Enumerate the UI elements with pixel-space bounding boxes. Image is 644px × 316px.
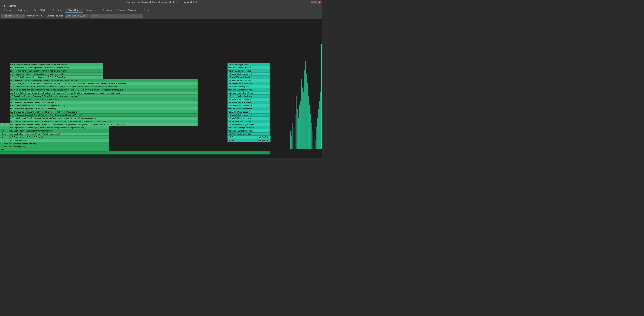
flame-block[interactable]: ns3::Socket::Send(ns3::Ptr<ns3::Packet>) (10, 136, 109, 139)
flame-block[interactable]: main (0, 148, 109, 151)
flame-block[interactable]: ns3::Ph... (228, 136, 257, 139)
flame-block[interactable]: ns3::QueueDisc::Enqueue(ns3::Ptr<ns3::Qu… (10, 101, 198, 104)
flame-block[interactable]: ns3::Ipv4L3Protocol::Send(ns3::Ptr<ns3::… (10, 120, 198, 123)
bar-column (296, 96, 296, 149)
flame-block[interactable]: ns3::MemPtrCallbackImpl<ns3:: (228, 88, 270, 91)
flame-block[interactable]: ns3::MakeEvent<void (ns3::Ph (257, 139, 270, 142)
flame-block[interactable]: ns3::Ma... (228, 139, 257, 142)
maximize-button[interactable]: □ (314, 1, 317, 3)
flame-block[interactable]: std::function<void (ns3::Ptr<ns3::QueueD… (10, 85, 198, 88)
flame-block[interactable]: ns3::A... (0, 139, 10, 142)
bar-column (292, 136, 292, 149)
flame-block[interactable]: ns3::UdpSocketImpl::DoSendTo(ns3::Ptr<ns… (10, 126, 109, 129)
flame-block[interactable]: ns3::UdpClient::Send() (10, 139, 109, 142)
tab-bottom-up[interactable]: Bottom-Up (15, 8, 31, 13)
flame-block[interactable]: ns3::DefaultSimulatorImpl::ProcessOneEve… (0, 142, 109, 145)
cost-threshold-control[interactable]: Cost Threshold: 0,10% ▲ ▼ (65, 14, 89, 18)
flame-block[interactable]: std::_Function_handler<void (ns3::Ptr<ns… (10, 82, 198, 85)
collapse-recursion-label: Collapse Recursion (46, 15, 63, 17)
flame-block[interactable]: ns3::FrameExchangeManager::P (228, 126, 270, 129)
flame-block[interactable]: ns3::Ipv4L3Protocol::SendRealOut(ns3::Pt… (10, 117, 198, 120)
flame-block[interactable]: ns3::UdpSocketImpl::Send(ns3::Ptr<ns3::P… (10, 132, 109, 136)
window-controls: − □ ✕ (311, 1, 320, 3)
flame-block[interactable]: ns3::Node::NonPromiscReceive (228, 95, 270, 98)
bar-column (290, 131, 291, 149)
title-bar: Heaptrack - heaptrack.ns3-dev-wifi-he-ne… (0, 0, 322, 4)
flame-block[interactable]: ns3::MemPtrCallbackImpl<ns3:: (228, 98, 270, 101)
flame-block[interactable]: ns3::CoDelQueueDisc::DoEnqueue(ns3::Ptr<… (10, 98, 198, 101)
flame-block[interactable]: ns3::Ipv4L3Protocol::RouteI (228, 76, 270, 79)
flame-block[interactable]: ns3::I (0, 123, 10, 126)
cost-threshold-label: Cost Threshold: 0,10% (66, 15, 86, 17)
flame-block[interactable]: ns3::TracedCallback<ns3::Ptr<ns3::QueueD… (10, 91, 198, 95)
flame-block[interactable]: ns3::FqCoDelQueueDisc::DoEnqueue(ns3::Pt… (10, 104, 198, 107)
flame-block[interactable] (0, 151, 270, 155)
view-type-label: Bottom-Down View (26, 15, 43, 17)
flame-block[interactable]: ns3::DefaultSimulatorImpl::Run() (0, 145, 109, 148)
flame-block[interactable]: ns3::RecipientBlockAckAgreem (228, 120, 270, 123)
flame-block[interactable]: ns3::QueueDisc::DropBeforeEnqueue(ns3::P… (10, 95, 198, 98)
flame-block[interactable]: ns3::Packet::Copy() const (228, 63, 270, 66)
collapse-recursion-checkbox[interactable]: ✓ Collapse Recursion (44, 15, 63, 17)
flame-block[interactable]: ns3::HeFrameExchangeManager: (228, 123, 270, 126)
flame-block[interactable]: ns3::UdpL4Protocol::Send(ns3::Ptr<ns3::P… (10, 123, 198, 126)
flame-block[interactable]: ns3::PhyEntity::EndOfMpdu(ns (257, 136, 270, 139)
flame-block[interactable]: ns3::T (0, 126, 10, 129)
flame-block[interactable]: ns3::StaWifiMac::Receive(ns3 (228, 110, 270, 114)
flame-block[interactable]: ns3::RegularWifiMac::Forward (228, 107, 270, 110)
flame-block[interactable]: ns3::MemPtrCallbackImpl<ns3:: (228, 129, 270, 132)
flame-block[interactable]: ns3::MemPtrCallbackImpl<ns3:: (228, 114, 270, 117)
minimize-button[interactable]: − (311, 1, 314, 3)
view-mode-dropdown[interactable]: Temporary Allocations (2, 14, 25, 17)
close-button[interactable]: ✕ (318, 1, 320, 3)
bar-column (309, 105, 310, 149)
flame-wrapper: mainns3::DefaultSimulatorImpl::Run()ns3:… (0, 19, 322, 158)
bar-column (319, 101, 320, 149)
tab-allocations[interactable]: Allocations (99, 8, 114, 13)
flame-block[interactable]: ns3::MemPtrCallbackImpl<ns3:: (228, 72, 270, 76)
flame-graph-container[interactable]: mainns3::DefaultSimulatorImpl::Run()ns3:… (0, 19, 322, 158)
flame-block[interactable]: ns3::WifiPhyStateHelper::Cor (228, 132, 270, 136)
bar-column-tall (320, 44, 322, 149)
flame-block[interactable]: ns3::... (0, 132, 10, 136)
flame-block[interactable]: ns3::Node::ReceiveFromDevice (228, 91, 270, 95)
flame-block[interactable]: ns3::MacRxMiddle::Receive(ns (228, 117, 270, 120)
bar-column (312, 131, 314, 149)
flame-block[interactable]: ns3::WifiNetDevice::ForwardU (228, 101, 270, 104)
flame-block[interactable]: ns3::MemPtrCallbackImpl<ns3:: (228, 104, 270, 107)
bar-column (300, 101, 301, 149)
flame-block[interactable]: ns3::TrafficControlLayer::Re (228, 85, 270, 88)
menu-file[interactable]: File (1, 4, 6, 7)
tab-temporary-allocations[interactable]: Temporary Allocations (114, 8, 141, 13)
flame-block[interactable]: ns3::Ipv4L3Protocol::LocalDe (228, 69, 270, 72)
tab-sizes[interactable]: Sizes (141, 8, 152, 13)
flame-block[interactable]: std::function<void (ns3::Ptr<ns3::QueueD… (10, 72, 103, 76)
flame-block[interactable]: ns3::QueueDisc::DropBeforeEnqueue(ns3::P… (10, 79, 198, 82)
decrement-icon[interactable]: ▼ (86, 16, 88, 17)
flame-block[interactable]: ns3::Ipv4Interface::Send(ns3::Ptr<ns3::P… (10, 114, 198, 117)
flame-block[interactable]: ns3::TrafficControlLayer::Send(ns3::Ptr<… (10, 110, 198, 114)
search-input[interactable] (90, 14, 143, 17)
bar-column (308, 96, 309, 149)
flame-block[interactable]: ns3::... (0, 136, 10, 139)
flame-block[interactable]: ns3::QueueDisc::Enqueue(ns3::Ptr<ns3::Qu… (10, 107, 198, 110)
flame-block[interactable]: ns3::MemPtrCallbackImpl<std::function<vo… (10, 88, 198, 91)
flame-block[interactable]: ns3::MemPtrCallbackImpl<std::function<vo… (10, 76, 103, 79)
flame-block[interactable]: std::_Function_handler<void (ns3::Ptr<ns… (10, 69, 103, 72)
flame-block[interactable]: ns3::MemPtrCallbackImpl<ns3:: (228, 82, 270, 85)
cost-threshold-spinner[interactable]: ▲ ▼ (86, 14, 88, 17)
flame-block[interactable]: ns3::QueueDisc::DropBeforeEnqueue(ns3::P… (10, 66, 103, 69)
flame-block[interactable]: ns3::T (0, 129, 10, 132)
flame-block[interactable]: ns3::UdpL4Protocol::Receive( (228, 66, 270, 69)
tab-summary[interactable]: Summary (1, 8, 15, 13)
tab-top-down[interactable]: Top-Down (50, 8, 65, 13)
flame-block[interactable]: ns3::UdpSocketImpl::DoSend(ns3::Ptr<ns3:… (10, 129, 109, 132)
flame-block[interactable]: ns3::TracedCallback<ns3::Ptr<ns3::QueueD… (10, 63, 103, 66)
menu-settings[interactable]: Settings (8, 4, 17, 7)
bar-column (305, 61, 306, 149)
tab-flame-graph[interactable]: Flame Graph (65, 8, 83, 13)
flame-block[interactable]: ns3::Ipv4L3Protocol::Receive (228, 79, 270, 82)
tab-consumed[interactable]: Consumed (83, 8, 99, 13)
tab-caller-callee[interactable]: Caller / Callee (31, 8, 50, 13)
bar-column (294, 127, 294, 149)
